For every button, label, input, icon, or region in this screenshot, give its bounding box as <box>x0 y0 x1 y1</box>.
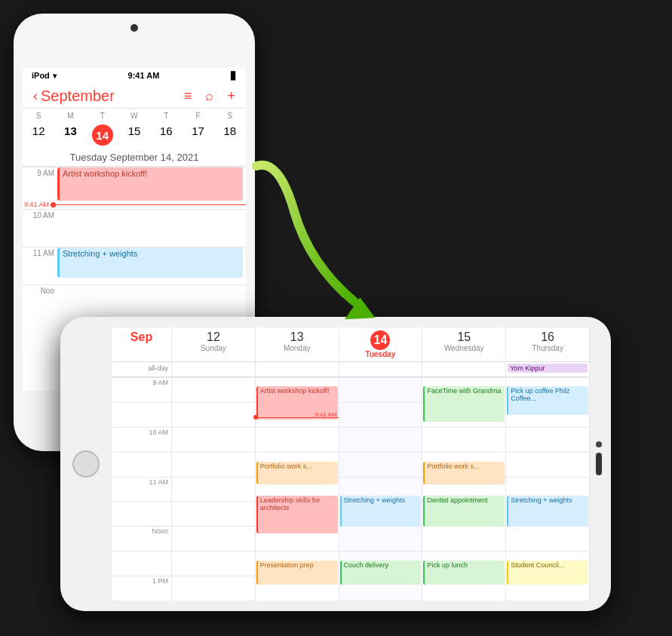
event-title: Dentist appointment <box>427 496 487 504</box>
battery-icon: ▊ <box>231 72 237 80</box>
weekday-wed: W <box>118 112 150 120</box>
event-tue-stretching[interactable]: Stretching + weights <box>340 496 422 527</box>
slot-sun-2 <box>172 402 255 427</box>
slot-sun-1 <box>172 377 255 402</box>
day-col-mon: Artist workshop kickoff! Portfolio work … <box>256 377 339 601</box>
allday-col-mon <box>256 362 339 376</box>
event-thu-stretching[interactable]: Stretching + weights <box>507 496 588 527</box>
time-noon: Noon <box>112 526 171 551</box>
event-mon-portfolio[interactable]: Portfolio work s... <box>256 462 338 484</box>
landscape-calendar: Sep 12 Sunday 13 Monday 14 Tuesday 15 We… <box>112 327 590 601</box>
event-title: Portfolio work s... <box>427 462 479 470</box>
month-title: September <box>41 88 115 105</box>
slot-sun-7 <box>172 526 255 551</box>
slot-tue-2 <box>339 402 422 427</box>
now-time-label: 9:41 AM <box>24 201 49 208</box>
status-time: 9:41 AM <box>128 71 160 80</box>
time-1pm: 1 PM <box>112 576 171 601</box>
slot-sun-9 <box>172 576 255 601</box>
day-17[interactable]: 17 <box>182 123 213 147</box>
event-title: Artist workshop kickoff! <box>63 169 147 178</box>
header-sep: Sep <box>112 327 172 361</box>
slot-tue-3 <box>339 427 422 452</box>
time-9am: 9 AM <box>112 377 171 402</box>
event-wed-portfolio[interactable]: Portfolio work s... <box>423 462 505 484</box>
now-time-label: 9:41 AM <box>315 411 336 418</box>
slot-sun-5 <box>172 477 255 502</box>
weekday-headers: S M T W T F S <box>23 109 246 121</box>
time-half9 <box>112 402 171 427</box>
list-icon[interactable]: ≡ <box>184 88 192 104</box>
event-title: Pick up coffee Philz Coffee... <box>511 387 569 402</box>
slot-sun-4 <box>172 452 255 477</box>
search-icon[interactable]: ⌕ <box>205 88 213 104</box>
event-tue-couch[interactable]: Couch delivery <box>340 561 422 585</box>
header-col-thu[interactable]: 16 Thursday <box>506 327 590 361</box>
slot-sun-8 <box>172 551 255 576</box>
event-title: Couch delivery <box>344 561 389 569</box>
day-col-wed: FaceTime with Grandma Portfolio work s..… <box>422 377 506 601</box>
day-13[interactable]: 13 <box>54 123 86 147</box>
now-line: 9:41 AM <box>256 417 339 418</box>
event-artist-workshop[interactable]: Artist workshop kickoff! <box>57 167 243 201</box>
weekday-sat: S <box>214 112 246 120</box>
wifi-icon: ▾ <box>53 72 57 80</box>
slot-sun-6 <box>172 501 255 526</box>
time-label-11am: 11 AM <box>23 247 57 257</box>
allday-col-thu: Yom Kippur <box>506 362 590 376</box>
back-arrow-icon[interactable]: ‹ <box>33 88 38 104</box>
month-nav[interactable]: ‹ September <box>33 88 115 105</box>
event-wed-lunch[interactable]: Pick up lunch <box>423 561 505 585</box>
event-wed-facetime[interactable]: FaceTime with Grandma <box>423 386 505 422</box>
day-name-wed: Wednesday <box>424 344 504 352</box>
time-10am: 10 AM <box>112 427 171 452</box>
event-thu-coffee[interactable]: Pick up coffee Philz Coffee... <box>507 386 588 415</box>
time-row-10am: 10 AM <box>23 209 246 247</box>
allday-col-sun <box>172 362 256 376</box>
weekday-sun: S <box>23 112 54 120</box>
day-18[interactable]: 18 <box>214 123 246 147</box>
event-title: FaceTime with Grandma <box>427 387 501 395</box>
slot-tue-4 <box>339 452 422 477</box>
landscape-home-button[interactable] <box>72 450 100 478</box>
slot-mon-3 <box>256 427 339 452</box>
event-stretching[interactable]: Stretching + weights <box>57 247 243 278</box>
day-num-15: 15 <box>424 330 504 344</box>
slot-tue-1 <box>339 377 422 402</box>
weekday-tue: T <box>87 112 118 120</box>
event-title: Stretching + weights <box>63 249 137 258</box>
day-num-16: 16 <box>508 330 588 344</box>
allday-label: all-day <box>112 362 172 376</box>
event-title: Leadership skills for architects <box>260 496 321 512</box>
slot-thu-3 <box>506 427 589 452</box>
header-icons: ≡ ⌕ + <box>184 88 235 104</box>
add-event-icon[interactable]: + <box>227 88 235 104</box>
event-yom-kippur[interactable]: Yom Kippur <box>508 364 588 373</box>
weekday-mon: M <box>54 112 86 120</box>
weekday-fri: F <box>182 112 213 120</box>
slot-wed-7 <box>422 526 505 551</box>
body-grid: 9 AM 10 AM 11 AM Noon 1 PM <box>112 377 590 601</box>
day-16[interactable]: 16 <box>150 123 182 147</box>
status-bar: iPod ▾ 9:41 AM ▊ <box>23 68 246 83</box>
time-11am: 11 AM <box>112 477 171 502</box>
carrier-label: iPod <box>32 71 50 80</box>
day-12[interactable]: 12 <box>23 123 54 147</box>
day-14[interactable]: 14 <box>87 123 118 147</box>
day-col-thu: Pick up coffee Philz Coffee... Stretchin… <box>506 377 590 601</box>
time-label-10am: 10 AM <box>23 210 57 220</box>
event-wed-dentist[interactable]: Dentist appointment <box>423 496 505 527</box>
week-row: 12 13 14 15 16 17 18 <box>23 121 246 149</box>
header-col-wed[interactable]: 15 Wednesday <box>422 327 506 361</box>
time-half12 <box>112 551 171 576</box>
time-row-9am: 9 AM Artist workshop kickoff! <box>23 167 246 204</box>
event-mon-leadership[interactable]: Leadership skills for architects <box>256 496 338 533</box>
calendar-body: 9 AM 10 AM 11 AM Noon 1 PM <box>112 377 590 601</box>
event-thu-council[interactable]: Student Council... <box>507 561 588 585</box>
day-15[interactable]: 15 <box>118 123 150 147</box>
landscape-ipod: Sep 12 Sunday 13 Monday 14 Tuesday 15 We… <box>60 317 611 611</box>
event-title: Portfolio work s... <box>260 462 312 470</box>
day-name-tue: Tuesday <box>341 350 421 358</box>
event-mon-presentation[interactable]: Presentation prep <box>256 561 338 585</box>
day-col-tue: Stretching + weights Couch delivery <box>339 377 423 601</box>
